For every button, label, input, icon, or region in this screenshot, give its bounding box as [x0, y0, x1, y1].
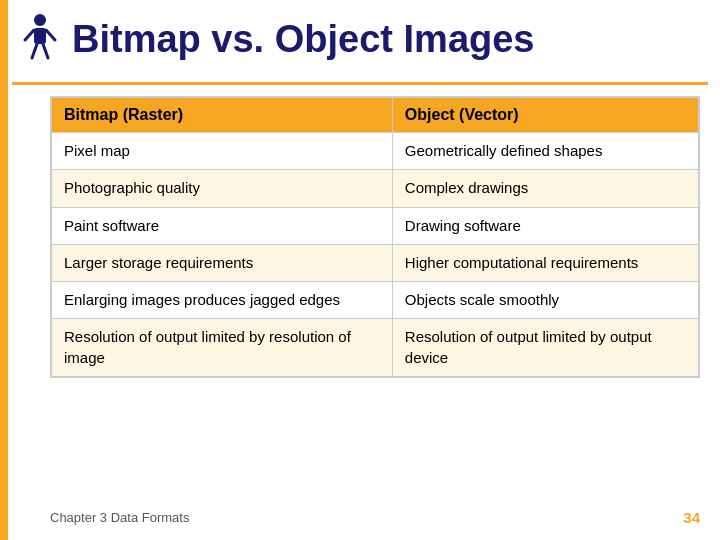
- table-row: Photographic qualityComplex drawings: [52, 170, 699, 207]
- svg-line-4: [32, 44, 37, 58]
- header-divider: [12, 82, 708, 85]
- page-header: Bitmap vs. Object Images: [20, 12, 535, 67]
- svg-point-0: [34, 14, 46, 26]
- table-cell-4-1: Objects scale smoothly: [392, 282, 698, 319]
- table-cell-2-0: Paint software: [52, 207, 393, 244]
- svg-line-2: [25, 30, 34, 40]
- table-cell-1-0: Photographic quality: [52, 170, 393, 207]
- footer-page-number: 34: [683, 509, 700, 526]
- table-cell-0-1: Geometrically defined shapes: [392, 133, 698, 170]
- table-cell-3-1: Higher computational requirements: [392, 244, 698, 281]
- left-accent-bar: [0, 0, 8, 540]
- table-cell-0-0: Pixel map: [52, 133, 393, 170]
- comparison-table: Bitmap (Raster) Object (Vector) Pixel ma…: [51, 97, 699, 377]
- svg-line-3: [46, 30, 55, 40]
- table-cell-2-1: Drawing software: [392, 207, 698, 244]
- figure-icon: [20, 12, 60, 67]
- footer-chapter: Chapter 3 Data Formats: [50, 510, 189, 525]
- table-row: Larger storage requirementsHigher comput…: [52, 244, 699, 281]
- table-cell-1-1: Complex drawings: [392, 170, 698, 207]
- table-row: Resolution of output limited by resoluti…: [52, 319, 699, 377]
- table-header-row: Bitmap (Raster) Object (Vector): [52, 98, 699, 133]
- table-row: Paint softwareDrawing software: [52, 207, 699, 244]
- table-row: Enlarging images produces jagged edgesOb…: [52, 282, 699, 319]
- svg-line-5: [43, 44, 48, 58]
- comparison-table-container: Bitmap (Raster) Object (Vector) Pixel ma…: [50, 96, 700, 378]
- table-cell-3-0: Larger storage requirements: [52, 244, 393, 281]
- table-row: Pixel mapGeometrically defined shapes: [52, 133, 699, 170]
- col-header-object: Object (Vector): [392, 98, 698, 133]
- table-cell-5-0: Resolution of output limited by resoluti…: [52, 319, 393, 377]
- page-footer: Chapter 3 Data Formats 34: [50, 509, 700, 526]
- svg-rect-1: [34, 28, 46, 44]
- col-header-bitmap: Bitmap (Raster): [52, 98, 393, 133]
- table-cell-4-0: Enlarging images produces jagged edges: [52, 282, 393, 319]
- table-cell-5-1: Resolution of output limited by output d…: [392, 319, 698, 377]
- page-title: Bitmap vs. Object Images: [72, 19, 535, 61]
